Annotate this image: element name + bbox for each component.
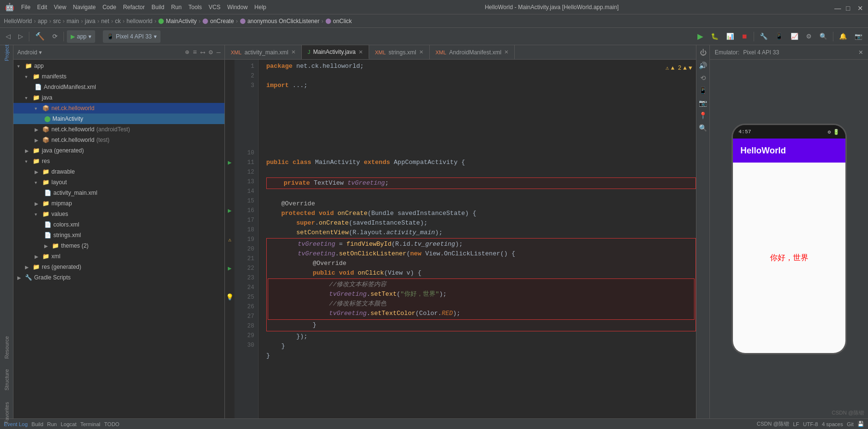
tree-item-mainactivity[interactable]: ⬤ MainActivity [13, 114, 224, 124]
gutter-bulb[interactable]: 💡 [225, 292, 235, 302]
maximize-button[interactable]: □ [846, 4, 852, 10]
breadcrumb-helloworld2[interactable]: helloworld [126, 18, 152, 25]
status-terminal[interactable]: Terminal [80, 421, 100, 427]
breadcrumb-app[interactable]: app [37, 18, 47, 25]
minimize-button[interactable]: — [834, 4, 840, 10]
breadcrumb-ck[interactable]: ck [115, 18, 121, 25]
menu-tools[interactable]: Tools [186, 3, 205, 12]
tab-strings-close[interactable]: ✕ [419, 49, 423, 55]
tree-item-java-generated[interactable]: ▶ 📁 java (generated) [13, 145, 224, 156]
gutter-run-method[interactable]: ▶ [225, 206, 235, 215]
warning-nav-down[interactable]: ▼ [689, 63, 692, 73]
toolbar-profile-button[interactable]: 📊 [723, 30, 737, 43]
sidebar-zoom-icon[interactable]: 🔍 [697, 122, 709, 134]
project-collapse-btn[interactable]: ≡ [193, 49, 197, 56]
tree-item-strings[interactable]: 📄 strings.xml [13, 230, 224, 240]
menu-code[interactable]: Code [99, 3, 119, 12]
sidebar-sound-icon[interactable]: 🔊 [697, 60, 709, 71]
breadcrumb-main[interactable]: main [67, 18, 79, 25]
menu-view[interactable]: View [51, 3, 69, 12]
tab-mainactivity[interactable]: J MainActivity.java ✕ [302, 45, 369, 59]
tree-item-java[interactable]: ▾ 📁 java [13, 92, 224, 103]
tab-strings[interactable]: XML strings.xml ✕ [369, 45, 430, 59]
status-run[interactable]: Run [47, 421, 57, 427]
close-button[interactable]: ✕ [857, 4, 863, 10]
emulator-close[interactable]: ✕ [858, 49, 863, 56]
warnings-area[interactable]: ⚠ ▲ 2 ▲ ▼ [666, 63, 692, 73]
menu-navigate[interactable]: Navigate [70, 3, 99, 12]
warning-nav-up[interactable]: ▲ [683, 63, 687, 73]
status-git[interactable]: Git [847, 421, 854, 427]
menu-edit[interactable]: Edit [34, 3, 50, 12]
sidebar-power-icon[interactable]: ⏻ [697, 47, 709, 59]
status-todo[interactable]: TODO [104, 421, 120, 427]
toolbar-run-button[interactable]: ▶ [694, 30, 706, 43]
tree-item-colors[interactable]: 📄 colors.xml [13, 219, 224, 230]
tree-item-mipmap[interactable]: ▶ 📁 mipmap [13, 198, 224, 209]
menu-file[interactable]: File [18, 3, 33, 12]
tree-item-package-main[interactable]: ▾ 📦 net.ck.helloworld [13, 103, 224, 114]
menu-help[interactable]: Help [251, 3, 269, 12]
device-selector[interactable]: 📱 Pixel 4 API 33 ▾ [103, 30, 161, 43]
project-sync-btn[interactable]: ⊕ [185, 48, 189, 56]
breadcrumb-onclick[interactable]: onClick [333, 18, 352, 25]
tree-item-package-androidtest[interactable]: ▶ 📦 net.ck.helloworld (androidTest) [13, 124, 224, 135]
toolbar-back[interactable]: ◁ [3, 30, 13, 43]
toolbar-avd-button[interactable]: 📱 [772, 30, 786, 43]
code-editor[interactable]: ⚠ ▲ 2 ▲ ▼ package net.ck.helloworld; imp… [259, 60, 696, 418]
tree-item-drawable[interactable]: ▶ 📁 drawable [13, 166, 224, 177]
tree-item-layout[interactable]: ▾ 📁 layout [13, 177, 224, 188]
toolbar-build[interactable]: 🔨 [32, 30, 48, 43]
tree-item-package-test[interactable]: ▶ 📦 net.ck.helloworld (test) [13, 135, 224, 145]
structure-icon[interactable]: Structure [1, 374, 12, 386]
project-hide-btn[interactable]: — [217, 49, 221, 56]
toolbar-settings-button[interactable]: ⚙ [803, 30, 815, 43]
breadcrumb-mainactivity[interactable]: MainActivity [166, 18, 197, 25]
tab-mainactivity-close[interactable]: ✕ [359, 49, 363, 55]
toolbar-sync[interactable]: ⟳ [50, 30, 61, 43]
breadcrumb-listener[interactable]: anonymous OnClickListener [248, 18, 320, 25]
tree-item-manifests[interactable]: ▾ 📁 manifests [13, 71, 224, 82]
menu-run[interactable]: Run [168, 3, 185, 12]
tree-item-res[interactable]: ▾ 📁 res [13, 156, 224, 166]
menu-window[interactable]: Window [224, 3, 251, 12]
android-dropdown[interactable]: Android ▾ [17, 49, 42, 56]
sidebar-screenshot-icon[interactable]: 📷 [697, 97, 709, 109]
menu-vcs[interactable]: VCS [206, 3, 223, 12]
menu-refactor[interactable]: Refactor [120, 3, 148, 12]
project-settings-btn[interactable]: ⚙ [209, 48, 212, 56]
breadcrumb-oncreate[interactable]: onCreate [210, 18, 234, 25]
toolbar-search-button[interactable]: 🔍 [817, 30, 830, 43]
tree-item-androidmanifest[interactable]: 📄 AndroidManifest.xml [13, 82, 224, 92]
project-icon[interactable]: Project [1, 47, 12, 59]
tree-item-app[interactable]: ▾ 📁 app [13, 61, 224, 71]
status-build[interactable]: Build [32, 421, 43, 427]
tab-activity-main[interactable]: XML activity_main.xml ✕ [225, 45, 302, 59]
tree-item-res-generated[interactable]: ▶ 📁 res (generated) [13, 262, 224, 272]
sidebar-location-icon[interactable]: 📍 [697, 110, 709, 121]
tree-item-themes[interactable]: ▶ 📁 themes (2) [13, 240, 224, 251]
tree-item-values[interactable]: ▾ 📁 values [13, 209, 224, 219]
status-logcat[interactable]: Logcat [61, 421, 76, 427]
project-expand-btn[interactable]: ⟷ [201, 48, 205, 56]
sidebar-rotate-icon[interactable]: ⟲ [697, 72, 709, 84]
resource-manager-icon[interactable]: Resource [1, 341, 12, 353]
tab-androidmanifest[interactable]: XML AndroidManifest.xml ✕ [430, 45, 515, 59]
toolbar-sdk-button[interactable]: 🔧 [757, 30, 770, 43]
tab-activity-main-close[interactable]: ✕ [291, 49, 296, 55]
gutter-run-class[interactable]: ▶ [225, 158, 235, 167]
breadcrumb-java[interactable]: java [85, 18, 96, 25]
toolbar-profiler-button[interactable]: 📈 [788, 30, 801, 43]
tree-item-xml[interactable]: ▶ 📁 xml [13, 251, 224, 262]
gutter-run-onclick[interactable]: ▶ [225, 264, 235, 273]
toolbar-stop-button[interactable]: ⏹ [739, 30, 751, 43]
breadcrumb-net[interactable]: net [101, 18, 110, 25]
breadcrumb-src[interactable]: src [53, 18, 61, 25]
toolbar-forward[interactable]: ▷ [15, 30, 26, 43]
breadcrumb-helloworld[interactable]: HelloWorld [4, 18, 32, 25]
toolbar-debug-button[interactable]: 🐛 [708, 30, 721, 43]
favorites-icon[interactable]: Favorites [1, 407, 12, 418]
sidebar-device-icon[interactable]: 📱 [697, 85, 709, 96]
toolbar-camera[interactable]: 📷 [852, 30, 865, 43]
tree-item-gradle[interactable]: ▶ 🔧 Gradle Scripts [13, 272, 224, 283]
